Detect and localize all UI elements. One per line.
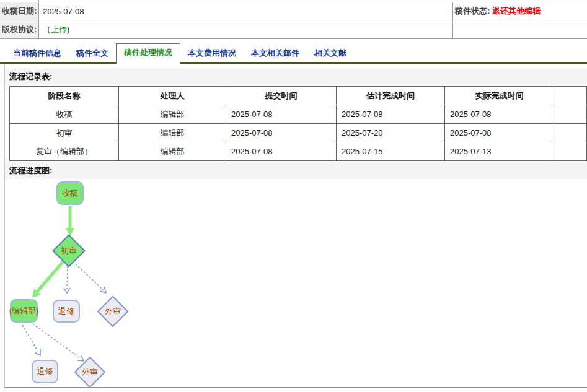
flow-node-label: (编辑部): [9, 305, 39, 316]
arrowhead-open: [64, 288, 70, 293]
flow-node-fushen-bianjibu: (编辑部): [10, 299, 38, 323]
cell-actual-finish: 2025-07-08: [445, 124, 554, 142]
tab-processing-status[interactable]: 稿件处理情况: [116, 43, 180, 64]
process-record-table: 阶段名称 处理人 提交时间 估计完成时间 实际完成时间 收稿 编辑部 2025-…: [9, 86, 587, 161]
copyright-value: （上传): [39, 20, 452, 38]
flow-node-label: 收稿: [62, 188, 78, 199]
divider-fragment: [12, 0, 12, 2]
tab-fees[interactable]: 本文费用情况: [180, 45, 244, 64]
arrow-chushen-bianjibu: [37, 261, 64, 292]
flow-node-label: 退修: [37, 366, 53, 377]
tab-bar: 当前稿件信息 稿件全文 稿件处理情况 本文费用情况 本文相关邮件 相关文献: [0, 46, 587, 64]
cell-stage: 复审（编辑部）: [10, 142, 119, 161]
arrow-chushen-waishen: [76, 264, 104, 290]
cell-handler: 编辑部: [119, 142, 226, 161]
tab-related-literature[interactable]: 相关文献: [307, 45, 354, 64]
cell-empty: [554, 124, 587, 142]
flow-node-tuixiu-2: 退修: [32, 360, 58, 383]
arrow-chushen-tuixiu: [67, 266, 68, 289]
status-label: 稿件状态:: [455, 6, 490, 17]
arrowhead-open: [77, 355, 84, 361]
flow-node-chushen: 初审: [52, 234, 86, 268]
cell-handler: 编辑部: [119, 105, 226, 124]
cell-actual-finish: 2025-07-08: [445, 105, 554, 124]
tab-full-text[interactable]: 稿件全文: [69, 45, 116, 64]
record-table-header-row: 阶段名称 处理人 提交时间 估计完成时间 实际完成时间: [10, 87, 587, 105]
record-row-chushen: 初审 编辑部 2025-07-08 2025-07-20 2025-07-08: [10, 124, 587, 142]
flow-diagram-section-label: 流程进度图:: [5, 162, 587, 179]
copyright-paren-open: （: [43, 24, 51, 35]
cell-estimated-finish: 2025-07-15: [337, 142, 445, 161]
arrowhead-open: [35, 349, 40, 355]
flow-node-waishen-1: 外审: [97, 296, 129, 328]
tab-related-emails[interactable]: 本文相关邮件: [244, 45, 307, 64]
arrow-bianjibu-waishen2: [33, 324, 80, 358]
cell-stage: 初审: [10, 124, 119, 142]
flow-node-label: 退修: [58, 306, 74, 317]
arrowhead-open: [100, 287, 106, 293]
cell-submit-time: 2025-07-08: [226, 142, 337, 161]
cell-estimated-finish: 2025-07-20: [337, 124, 445, 142]
flow-node-tuixiu-1: 退修: [53, 300, 80, 323]
col-header-empty: [554, 87, 587, 105]
cell-empty: [554, 142, 587, 161]
record-row-shougao: 收稿 编辑部 2025-07-08 2025-07-08 2025-07-08: [10, 105, 587, 124]
status-cell-empty: [452, 20, 587, 38]
flow-node-label: 初审: [61, 245, 77, 256]
flow-node-label: 外审: [82, 367, 98, 378]
col-header-estimated-finish: 估计完成时间: [337, 87, 445, 105]
cell-stage: 收稿: [10, 105, 119, 124]
receive-date-value: 2025-07-08: [39, 2, 452, 20]
col-header-handler: 处理人: [119, 87, 226, 105]
cell-actual-finish: 2025-07-13: [445, 142, 554, 161]
flow-arrows: [5, 179, 587, 386]
manuscript-status-cell: 稿件状态: 退还其他编辑: [452, 2, 587, 20]
info-row-receive-date: 收稿日期: 2025-07-08 稿件状态: 退还其他编辑: [0, 2, 587, 20]
col-header-stage: 阶段名称: [10, 87, 119, 105]
flow-node-waishen-2: 外审: [74, 357, 106, 388]
flow-node-label: 外审: [105, 306, 121, 317]
cell-estimated-finish: 2025-07-08: [337, 105, 445, 124]
divider-fragment: [457, 0, 457, 2]
arrow-bianjibu-tuixiu2: [22, 325, 38, 351]
col-header-submit-time: 提交时间: [226, 87, 337, 105]
record-row-fushen: 复审（编辑部） 编辑部 2025-07-08 2025-07-15 2025-0…: [10, 142, 587, 161]
status-value: 退还其他编辑: [492, 6, 541, 17]
upload-link[interactable]: 上传: [51, 24, 67, 35]
col-header-actual-finish: 实际完成时间: [445, 87, 554, 105]
info-row-copyright: 版权协议: （上传): [0, 20, 587, 39]
receive-date-label: 收稿日期:: [0, 2, 39, 20]
tab-current-manuscript-info[interactable]: 当前稿件信息: [6, 45, 69, 64]
cell-empty: [554, 105, 587, 124]
divider-fragment: [38, 0, 39, 2]
arrowhead: [32, 289, 41, 298]
cell-submit-time: 2025-07-08: [226, 105, 337, 124]
copyright-paren-close: ): [67, 25, 69, 34]
processing-status-panel: 流程记录表: 阶段名称 处理人 提交时间 估计完成时间 实际完成时间 收稿 编辑…: [4, 64, 587, 388]
record-table-section-label: 流程记录表:: [5, 68, 587, 85]
flow-node-shougao: 收稿: [56, 181, 84, 205]
copyright-label: 版权协议:: [0, 20, 39, 38]
cell-submit-time: 2025-07-08: [226, 124, 337, 142]
process-flow-diagram: 收稿 初审 (编辑部) 退修 外审 退修 外审: [5, 179, 587, 386]
cell-handler: 编辑部: [119, 124, 226, 142]
